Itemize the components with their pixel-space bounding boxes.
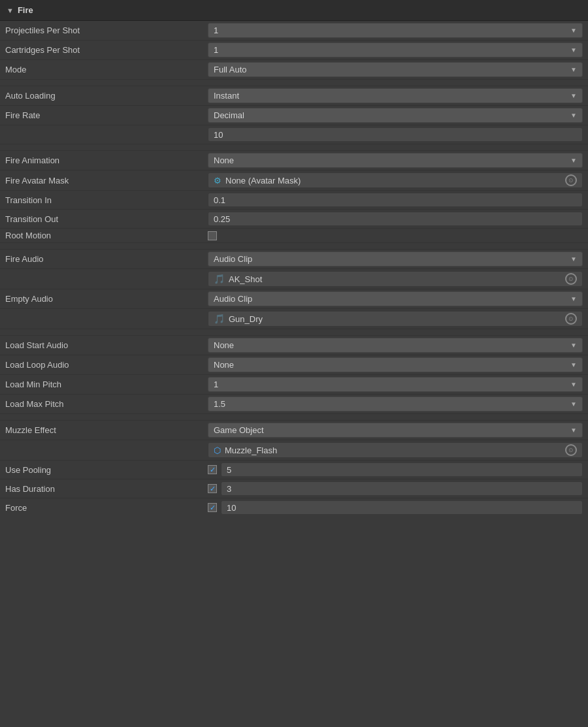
row-projectiles-per-shot: Projectiles Per Shot1▼: [0, 21, 588, 40]
cube-icon-muzzle-effect-ref: ⬡: [214, 445, 221, 455]
dropdown-value-muzzle-effect-type: Game Object: [214, 425, 264, 435]
dropdown-mode[interactable]: Full Auto▼: [208, 62, 583, 77]
ref-value-empty-audio-ref: Gun_Dry: [229, 314, 263, 324]
row-load-min-pitch: Load Min Pitch1▼: [0, 375, 588, 395]
dropdown-arrow-mode: ▼: [570, 66, 577, 73]
dropdown-value-auto-loading: Instant: [214, 91, 239, 101]
value-transition-in: 0.1: [208, 193, 583, 207]
value-auto-loading: Instant▼: [208, 88, 583, 103]
text-input-transition-out[interactable]: 0.25: [208, 212, 583, 226]
value-load-max-pitch: 1.5▼: [208, 396, 583, 412]
panel-title: Fire: [18, 5, 33, 15]
object-ref-fire-avatar-mask[interactable]: ⚙None (Avatar Mask)⊙: [208, 172, 583, 188]
row-fire-animation: Fire AnimationNone▼: [0, 151, 588, 170]
object-ref-empty-audio-ref[interactable]: 🎵Gun_Dry⊙: [208, 311, 583, 327]
value-fire-rate-value: 10: [208, 127, 583, 142]
ref-value-fire-avatar-mask: None (Avatar Mask): [225, 176, 301, 186]
dropdown-arrow-load-start-audio: ▼: [570, 342, 577, 349]
row-mode: ModeFull Auto▼: [0, 60, 588, 80]
label-transition-out: Transition Out: [5, 214, 208, 224]
dropdown-load-max-pitch[interactable]: 1.5▼: [208, 396, 583, 412]
spacer: [0, 329, 588, 336]
ref-left-fire-avatar-mask: ⚙None (Avatar Mask): [214, 176, 301, 186]
label-load-min-pitch: Load Min Pitch: [5, 380, 208, 389]
dropdown-load-min-pitch[interactable]: 1▼: [208, 377, 583, 392]
value-load-min-pitch: 1▼: [208, 377, 583, 392]
checkbox-root-motion[interactable]: [208, 231, 217, 240]
row-muzzle-effect-ref: ⬡Muzzle_Flash⊙: [0, 440, 588, 460]
label-has-duration: Has Duration: [5, 484, 208, 494]
label-load-loop-audio: Load Loop Audio: [5, 360, 208, 370]
text-input-fire-rate-value[interactable]: 10: [208, 127, 583, 142]
checkbox-input-force[interactable]: 10: [221, 500, 583, 515]
dropdown-arrow-load-min-pitch: ▼: [570, 381, 577, 388]
spacer: [0, 144, 588, 151]
checkbox-input-has-duration[interactable]: 3: [221, 481, 583, 496]
dropdown-load-loop-audio[interactable]: None▼: [208, 357, 583, 372]
collapse-arrow[interactable]: ▼: [7, 7, 14, 14]
row-transition-out: Transition Out0.25: [0, 210, 588, 229]
dropdown-value-load-loop-audio: None: [214, 360, 234, 370]
row-force: Force✓10: [0, 498, 588, 517]
row-fire-rate-value: 10: [0, 125, 588, 144]
label-auto-loading: Auto Loading: [5, 91, 208, 101]
dropdown-value-fire-rate-type: Decimal: [214, 110, 244, 120]
dropdown-muzzle-effect-type[interactable]: Game Object▼: [208, 423, 583, 438]
target-btn-empty-audio-ref[interactable]: ⊙: [565, 313, 577, 325]
value-load-loop-audio: None▼: [208, 357, 583, 372]
label-fire-avatar-mask: Fire Avatar Mask: [5, 176, 208, 186]
ref-left-fire-audio-ref: 🎵AK_Shot: [214, 274, 262, 284]
label-fire-rate-type: Fire Rate: [5, 110, 208, 120]
dropdown-load-start-audio[interactable]: None▼: [208, 338, 583, 353]
object-ref-fire-audio-ref[interactable]: 🎵AK_Shot⊙: [208, 271, 583, 287]
value-fire-audio-type: Audio Clip▼: [208, 251, 583, 267]
checkbox-input-row-use-pooling: ✓5: [208, 462, 583, 477]
row-load-max-pitch: Load Max Pitch1.5▼: [0, 395, 588, 414]
rows-container: Projectiles Per Shot1▼Cartridges Per Sho…: [0, 21, 588, 517]
label-fire-animation: Fire Animation: [5, 155, 208, 165]
ref-value-muzzle-effect-ref: Muzzle_Flash: [225, 445, 277, 455]
target-btn-fire-audio-ref[interactable]: ⊙: [565, 273, 577, 285]
target-btn-fire-avatar-mask[interactable]: ⊙: [565, 174, 577, 186]
checkbox-input-use-pooling[interactable]: 5: [221, 462, 583, 477]
spacer: [0, 414, 588, 421]
dropdown-fire-animation[interactable]: None▼: [208, 153, 583, 168]
dropdown-value-load-max-pitch: 1.5: [214, 399, 225, 409]
spacer: [0, 80, 588, 86]
dropdown-value-mode: Full Auto: [214, 65, 247, 74]
value-empty-audio-type: Audio Clip▼: [208, 291, 583, 306]
row-fire-audio-type: Fire AudioAudio Clip▼: [0, 250, 588, 269]
dropdown-arrow-fire-rate-type: ▼: [570, 112, 577, 119]
value-load-start-audio: None▼: [208, 338, 583, 353]
dropdown-auto-loading[interactable]: Instant▼: [208, 88, 583, 103]
text-input-transition-in[interactable]: 0.1: [208, 193, 583, 207]
checkbox-use-pooling[interactable]: ✓: [208, 465, 217, 474]
dropdown-arrow-empty-audio-type: ▼: [570, 295, 577, 302]
checkbox-force[interactable]: ✓: [208, 503, 217, 512]
target-btn-muzzle-effect-ref[interactable]: ⊙: [565, 444, 577, 456]
object-ref-muzzle-effect-ref[interactable]: ⬡Muzzle_Flash⊙: [208, 442, 583, 458]
row-muzzle-effect-type: Muzzle EffectGame Object▼: [0, 421, 588, 440]
row-use-pooling: Use Pooling✓5: [0, 460, 588, 479]
label-load-start-audio: Load Start Audio: [5, 340, 208, 350]
ref-left-empty-audio-ref: 🎵Gun_Dry: [214, 314, 263, 324]
label-root-motion: Root Motion: [5, 231, 208, 240]
value-muzzle-effect-ref: ⬡Muzzle_Flash⊙: [208, 442, 583, 458]
value-use-pooling: ✓5: [208, 462, 583, 477]
row-fire-audio-ref: 🎵AK_Shot⊙: [0, 269, 588, 289]
dropdown-cartridges-per-shot[interactable]: 1▼: [208, 42, 583, 57]
dropdown-projectiles-per-shot[interactable]: 1▼: [208, 23, 583, 38]
dropdown-fire-rate-type[interactable]: Decimal▼: [208, 108, 583, 123]
panel-header: ▼ Fire: [0, 0, 588, 21]
label-fire-audio-type: Fire Audio: [5, 254, 208, 264]
row-load-start-audio: Load Start AudioNone▼: [0, 336, 588, 355]
label-empty-audio-type: Empty Audio: [5, 294, 208, 304]
dropdown-empty-audio-type[interactable]: Audio Clip▼: [208, 291, 583, 306]
dropdown-fire-audio-type[interactable]: Audio Clip▼: [208, 251, 583, 267]
dropdown-arrow-fire-animation: ▼: [570, 157, 577, 164]
checkbox-input-row-has-duration: ✓3: [208, 481, 583, 496]
checkbox-has-duration[interactable]: ✓: [208, 484, 217, 493]
row-fire-rate-type: Fire RateDecimal▼: [0, 106, 588, 125]
row-load-loop-audio: Load Loop AudioNone▼: [0, 355, 588, 375]
row-empty-audio-type: Empty AudioAudio Clip▼: [0, 289, 588, 309]
